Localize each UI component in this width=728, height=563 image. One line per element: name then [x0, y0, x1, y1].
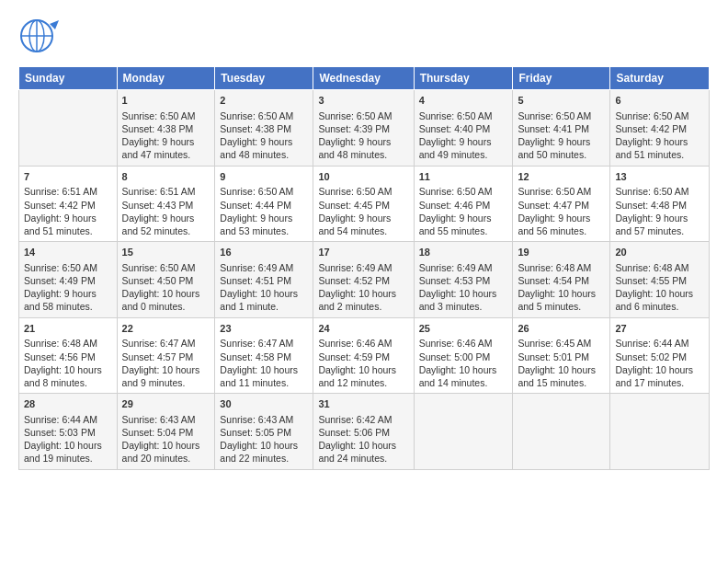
day-number: 22 — [122, 322, 210, 336]
calendar-cell: 23Sunrise: 6:47 AMSunset: 4:58 PMDayligh… — [215, 317, 313, 394]
day-info: Sunset: 4:53 PM — [419, 274, 508, 287]
day-info: Daylight: 10 hours — [318, 287, 408, 300]
day-info: Daylight: 10 hours — [318, 439, 408, 452]
day-info: Sunset: 4:54 PM — [518, 274, 605, 287]
day-info: and 47 minutes. — [122, 148, 210, 161]
day-info: and 0 minutes. — [122, 300, 210, 313]
day-number: 14 — [24, 246, 112, 259]
calendar-cell: 6Sunrise: 6:50 AMSunset: 4:42 PMDaylight… — [610, 90, 710, 167]
day-info: Daylight: 10 hours — [122, 287, 210, 300]
day-info: and 12 minutes. — [318, 376, 408, 389]
day-number: 16 — [220, 246, 308, 259]
day-info: Sunrise: 6:48 AM — [24, 337, 112, 350]
day-info: and 51 minutes. — [24, 224, 112, 237]
calendar-table: SundayMondayTuesdayWednesdayThursdayFrid… — [18, 66, 710, 470]
day-info: Daylight: 10 hours — [615, 363, 704, 376]
day-number: 9 — [220, 170, 308, 184]
day-info: and 1 minute. — [220, 300, 308, 313]
day-info: Daylight: 10 hours — [518, 363, 605, 376]
day-info: Sunrise: 6:45 AM — [518, 337, 605, 350]
day-number: 7 — [24, 170, 112, 184]
day-number: 29 — [122, 397, 210, 411]
day-info: Sunrise: 6:50 AM — [419, 109, 508, 122]
day-info: Daylight: 10 hours — [122, 439, 210, 452]
day-info: Sunrise: 6:50 AM — [220, 109, 308, 122]
day-info: Daylight: 10 hours — [419, 363, 508, 376]
calendar-cell: 14Sunrise: 6:50 AMSunset: 4:49 PMDayligh… — [19, 242, 118, 318]
day-info: Daylight: 9 hours — [615, 212, 704, 224]
calendar-week-row: 28Sunrise: 6:44 AMSunset: 5:03 PMDayligh… — [19, 394, 710, 470]
calendar-cell — [19, 90, 118, 167]
day-info: Sunset: 5:01 PM — [518, 350, 605, 363]
day-info: Sunset: 4:58 PM — [220, 350, 308, 363]
weekday-header-thursday: Thursday — [414, 67, 513, 90]
day-number: 18 — [419, 246, 508, 259]
day-info: Daylight: 9 hours — [122, 212, 210, 224]
day-number: 21 — [24, 322, 112, 336]
day-info: and 48 minutes. — [318, 148, 408, 161]
calendar-week-row: 1Sunrise: 6:50 AMSunset: 4:38 PMDaylight… — [19, 90, 710, 167]
calendar-cell: 8Sunrise: 6:51 AMSunset: 4:43 PMDaylight… — [117, 166, 215, 242]
day-number: 10 — [318, 170, 408, 184]
day-info: and 51 minutes. — [615, 148, 704, 161]
day-number: 12 — [518, 170, 605, 184]
day-number: 6 — [615, 94, 704, 108]
calendar-cell: 24Sunrise: 6:46 AMSunset: 4:59 PMDayligh… — [313, 317, 414, 394]
day-info: Daylight: 10 hours — [24, 439, 112, 452]
calendar-cell: 12Sunrise: 6:50 AMSunset: 4:47 PMDayligh… — [513, 166, 610, 242]
day-info: and 49 minutes. — [419, 148, 508, 161]
day-info: and 52 minutes. — [122, 224, 210, 237]
day-info: and 50 minutes. — [518, 148, 605, 161]
calendar-cell: 21Sunrise: 6:48 AMSunset: 4:56 PMDayligh… — [19, 317, 118, 394]
day-number: 4 — [419, 94, 508, 108]
day-number: 8 — [122, 170, 210, 184]
day-info: Daylight: 9 hours — [220, 212, 308, 224]
weekday-header-saturday: Saturday — [610, 67, 710, 90]
calendar-cell: 20Sunrise: 6:48 AMSunset: 4:55 PMDayligh… — [610, 242, 710, 318]
day-number: 25 — [419, 322, 508, 336]
header — [18, 17, 710, 55]
calendar-cell: 22Sunrise: 6:47 AMSunset: 4:57 PMDayligh… — [117, 317, 215, 394]
day-info: Daylight: 9 hours — [318, 135, 408, 148]
day-info: and 9 minutes. — [122, 376, 210, 389]
day-number: 26 — [518, 322, 605, 336]
day-info: Daylight: 9 hours — [24, 212, 112, 224]
calendar-cell: 3Sunrise: 6:50 AMSunset: 4:39 PMDaylight… — [313, 90, 414, 167]
day-info: Sunset: 4:55 PM — [615, 274, 704, 287]
day-number: 5 — [518, 94, 605, 108]
day-info: Sunrise: 6:43 AM — [220, 413, 308, 426]
day-info: and 24 minutes. — [318, 452, 408, 465]
calendar-cell: 30Sunrise: 6:43 AMSunset: 5:05 PMDayligh… — [215, 394, 313, 470]
day-info: Sunset: 4:57 PM — [122, 350, 210, 363]
day-info: Daylight: 10 hours — [615, 287, 704, 300]
day-info: Sunset: 4:45 PM — [318, 199, 408, 212]
day-info: Sunrise: 6:50 AM — [615, 109, 704, 122]
day-number: 20 — [615, 246, 704, 259]
day-info: Sunset: 4:56 PM — [24, 350, 112, 363]
day-info: and 22 minutes. — [220, 452, 308, 465]
day-info: Sunrise: 6:50 AM — [122, 109, 210, 122]
calendar-cell: 11Sunrise: 6:50 AMSunset: 4:46 PMDayligh… — [414, 166, 513, 242]
day-info: and 5 minutes. — [518, 300, 605, 313]
day-info: Daylight: 9 hours — [24, 287, 112, 300]
day-info: Daylight: 9 hours — [419, 212, 508, 224]
day-info: Sunrise: 6:46 AM — [419, 337, 508, 350]
day-info: Sunset: 4:42 PM — [615, 122, 704, 135]
day-info: Sunset: 4:38 PM — [220, 122, 308, 135]
day-info: Sunset: 5:03 PM — [24, 426, 112, 439]
day-info: Sunrise: 6:44 AM — [24, 413, 112, 426]
calendar-cell: 13Sunrise: 6:50 AMSunset: 4:48 PMDayligh… — [610, 166, 710, 242]
day-info: Daylight: 9 hours — [518, 212, 605, 224]
day-info: and 15 minutes. — [518, 376, 605, 389]
calendar-cell: 15Sunrise: 6:50 AMSunset: 4:50 PMDayligh… — [117, 242, 215, 318]
day-info: and 58 minutes. — [24, 300, 112, 313]
calendar-cell: 28Sunrise: 6:44 AMSunset: 5:03 PMDayligh… — [19, 394, 118, 470]
weekday-header-monday: Monday — [117, 67, 215, 90]
day-info: Sunrise: 6:50 AM — [24, 261, 112, 274]
day-info: Daylight: 10 hours — [220, 363, 308, 376]
day-info: Sunrise: 6:46 AM — [318, 337, 408, 350]
day-info: Sunset: 5:00 PM — [419, 350, 508, 363]
page: SundayMondayTuesdayWednesdayThursdayFrid… — [0, 0, 728, 563]
calendar-cell: 4Sunrise: 6:50 AMSunset: 4:40 PMDaylight… — [414, 90, 513, 167]
calendar-cell: 5Sunrise: 6:50 AMSunset: 4:41 PMDaylight… — [513, 90, 610, 167]
